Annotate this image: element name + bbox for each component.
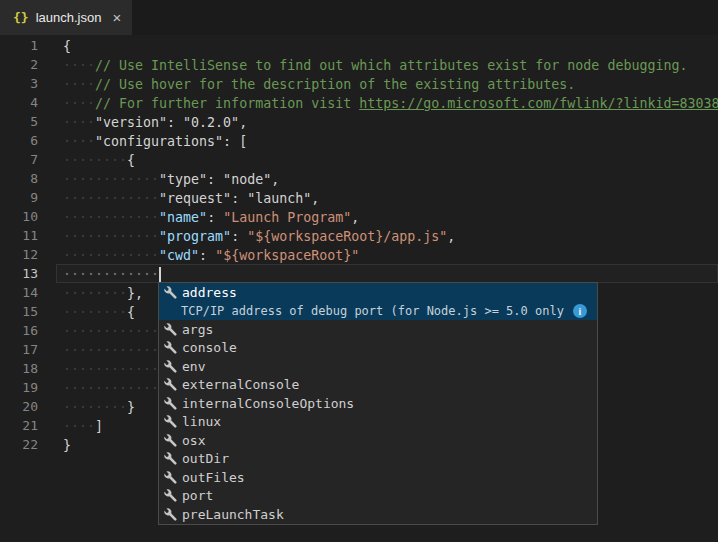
info-icon[interactable]: i — [573, 304, 587, 318]
property-wrench-icon — [163, 452, 177, 466]
line-content: { — [56, 36, 718, 55]
suggest-item[interactable]: osx — [159, 431, 597, 450]
code-line[interactable]: 5····"version": "0.2.0", — [0, 112, 718, 131]
line-number: 14 — [0, 283, 38, 302]
tab-launch-json[interactable]: {} launch.json × — [0, 0, 132, 35]
suggestion-label: address — [182, 285, 237, 300]
vscode-window: {} launch.json × 1{2····// Use IntelliSe… — [0, 0, 718, 542]
tab-title: launch.json — [36, 10, 102, 25]
line-number: 1 — [0, 36, 38, 55]
code-line[interactable]: 1{ — [0, 36, 718, 55]
line-number: 11 — [0, 226, 38, 245]
suggest-item[interactable]: env — [159, 357, 597, 376]
code-line[interactable]: 2····// Use IntelliSense to find out whi… — [0, 55, 718, 74]
line-content: ····"version": "0.2.0", — [56, 112, 718, 131]
line-number: 22 — [0, 435, 38, 454]
suggest-item[interactable]: port — [159, 487, 597, 506]
suggest-item-label: preLaunchTask — [182, 507, 284, 522]
code-line[interactable]: 4····// For further information visit ht… — [0, 93, 718, 112]
property-wrench-icon — [163, 507, 177, 521]
close-icon[interactable]: × — [112, 10, 121, 25]
code-line[interactable]: 13············ — [0, 264, 718, 283]
property-wrench-icon — [163, 415, 177, 429]
suggest-item[interactable]: internalConsoleOptions — [159, 394, 597, 413]
property-wrench-icon — [163, 341, 177, 355]
suggest-item[interactable]: console — [159, 339, 597, 358]
code-editor[interactable]: 1{2····// Use IntelliSense to find out w… — [0, 35, 718, 542]
line-number: 7 — [0, 150, 38, 169]
property-wrench-icon — [163, 470, 177, 484]
line-number: 13 — [0, 264, 38, 283]
line-number: 19 — [0, 378, 38, 397]
line-content: ············ — [56, 264, 718, 283]
tab-bar: {} launch.json × — [0, 0, 718, 35]
suggest-item[interactable]: args — [159, 320, 597, 339]
suggest-item-label: args — [182, 322, 213, 337]
suggest-item-label: internalConsoleOptions — [182, 396, 354, 411]
line-content: ····// Use hover for the description of … — [56, 74, 718, 93]
code-line[interactable]: 10············"name": "Launch Program", — [0, 207, 718, 226]
line-number: 6 — [0, 131, 38, 150]
suggest-item[interactable]: preLaunchTask — [159, 505, 597, 524]
property-wrench-icon — [163, 396, 177, 410]
line-number: 9 — [0, 188, 38, 207]
code-line[interactable]: 6····"configurations": [ — [0, 131, 718, 150]
line-number: 2 — [0, 55, 38, 74]
line-number: 20 — [0, 397, 38, 416]
code-line[interactable]: 3····// Use hover for the description of… — [0, 74, 718, 93]
line-number: 10 — [0, 207, 38, 226]
suggest-item-label: console — [182, 340, 237, 355]
line-content: ····// For further information visit htt… — [56, 93, 718, 112]
suggest-widget: address TCP/IP address of debug port (fo… — [158, 282, 598, 525]
line-number: 18 — [0, 359, 38, 378]
line-content: ············"request": "launch", — [56, 188, 718, 207]
line-content: ············"program": "${workspaceRoot}… — [56, 226, 718, 245]
suggestion-row: address — [159, 283, 597, 302]
line-content: ············"type": "node", — [56, 169, 718, 188]
line-number: 16 — [0, 321, 38, 340]
suggest-item-label: osx — [182, 433, 205, 448]
property-wrench-icon — [163, 378, 177, 392]
suggest-list: args console env externalConsole interna… — [159, 320, 597, 524]
property-wrench-icon — [163, 489, 177, 503]
line-number: 4 — [0, 93, 38, 112]
suggest-item-selected[interactable]: address TCP/IP address of debug port (fo… — [159, 283, 597, 320]
suggestion-detail-row: TCP/IP address of debug port (for Node.j… — [159, 302, 597, 320]
property-wrench-icon — [163, 433, 177, 447]
line-content: ····// Use IntelliSense to find out whic… — [56, 55, 718, 74]
property-wrench-icon — [163, 322, 177, 336]
suggest-item[interactable]: linux — [159, 413, 597, 432]
code-line[interactable]: 9············"request": "launch", — [0, 188, 718, 207]
line-content: ····"configurations": [ — [56, 131, 718, 150]
code-line[interactable]: 12············"cwd": "${workspaceRoot}" — [0, 245, 718, 264]
property-wrench-icon — [163, 359, 177, 373]
suggest-item-label: outDir — [182, 451, 229, 466]
suggest-item-label: port — [182, 488, 213, 503]
code-line[interactable]: 7········{ — [0, 150, 718, 169]
suggest-item-label: env — [182, 359, 205, 374]
suggest-item-label: outFiles — [182, 470, 245, 485]
code-line[interactable]: 11············"program": "${workspaceRoo… — [0, 226, 718, 245]
line-number: 8 — [0, 169, 38, 188]
property-wrench-icon — [163, 286, 177, 300]
json-file-icon: {} — [13, 10, 29, 25]
line-number: 15 — [0, 302, 38, 321]
suggest-item[interactable]: outFiles — [159, 468, 597, 487]
line-number: 12 — [0, 245, 38, 264]
line-number: 5 — [0, 112, 38, 131]
line-content: ········{ — [56, 150, 718, 169]
line-number: 21 — [0, 416, 38, 435]
suggest-item[interactable]: outDir — [159, 450, 597, 469]
suggest-item[interactable]: externalConsole — [159, 376, 597, 395]
line-content: ············"cwd": "${workspaceRoot}" — [56, 245, 718, 264]
line-content: ············"name": "Launch Program", — [56, 207, 718, 226]
suggest-item-label: linux — [182, 414, 221, 429]
line-number: 3 — [0, 74, 38, 93]
suggest-item-label: externalConsole — [182, 377, 299, 392]
line-number: 17 — [0, 340, 38, 359]
suggestion-description: TCP/IP address of debug port (for Node.j… — [181, 304, 565, 318]
code-line[interactable]: 8············"type": "node", — [0, 169, 718, 188]
